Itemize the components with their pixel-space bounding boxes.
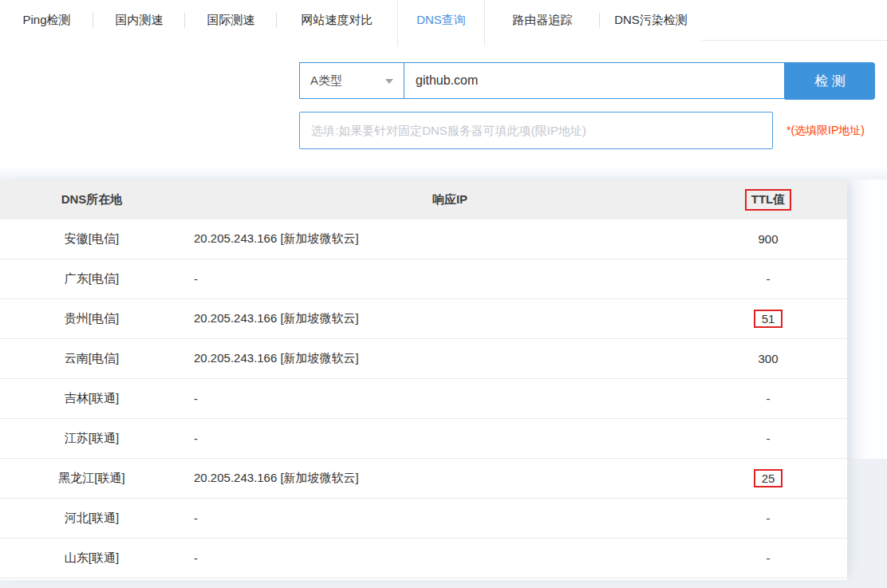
nav-tab[interactable]: DNS污染检测: [600, 0, 702, 41]
cell-dns-location: 贵州[电信]: [0, 311, 183, 326]
cell-dns-location: 云南[电信]: [0, 351, 183, 366]
bottom-background: [0, 580, 887, 588]
nav-tab-label: 路由器追踪: [513, 13, 573, 28]
dns-query-form: A类型 检 测 *(选填限IP地址): [0, 41, 887, 168]
nav-tab-label: DNS污染检测: [614, 13, 688, 28]
detect-button[interactable]: 检 测: [785, 62, 875, 100]
nav-tab[interactable]: 国际测速: [185, 0, 277, 41]
nav-tab-label: 国际测速: [207, 13, 255, 28]
cell-response-ip: 20.205.243.166 [新加坡微软云]: [183, 351, 716, 366]
section-divider-band: [0, 168, 887, 180]
cell-response-ip: -: [183, 392, 716, 405]
cell-response-ip: 20.205.243.166 [新加坡微软云]: [183, 311, 716, 326]
ttl-value: 25: [754, 469, 783, 487]
table-row: 安徽[电信] 20.205.243.166 [新加坡微软云] 900: [0, 219, 847, 259]
header-dns-location: DNS所在地: [0, 192, 183, 207]
cell-response-ip: -: [183, 551, 716, 565]
ttl-value: -: [767, 551, 771, 565]
cell-ttl: -: [716, 432, 820, 445]
cell-response-ip: -: [183, 511, 716, 525]
cell-response-ip: -: [183, 272, 716, 286]
ttl-value: -: [767, 272, 771, 286]
table-row: 江苏[联通] - -: [0, 419, 847, 459]
table-row: 黑龙江[联通] 20.205.243.166 [新加坡微软云] 25: [0, 459, 847, 499]
cell-dns-location: 黑龙江[联通]: [0, 471, 183, 486]
dns-server-input[interactable]: [299, 112, 773, 149]
cell-dns-location: 江苏[联通]: [0, 431, 183, 446]
tab-bar: Ping检测 国内测速 国际测速 网站速度对比 DNS查询 路由器追踪 DNS污…: [0, 0, 887, 41]
table-body: 安徽[电信] 20.205.243.166 [新加坡微软云] 900 广东[电信…: [0, 219, 847, 578]
table-row: 云南[电信] 20.205.243.166 [新加坡微软云] 300: [0, 339, 847, 379]
cell-response-ip: 20.205.243.166 [新加坡微软云]: [183, 471, 716, 486]
cell-ttl: -: [716, 392, 820, 405]
ttl-value: -: [767, 511, 771, 525]
ttl-value: 51: [754, 310, 783, 328]
cell-ttl: -: [716, 272, 820, 286]
optional-ip-note: *(选填限IP地址): [786, 124, 865, 138]
record-type-selected-value: A类型: [310, 73, 342, 89]
nav-tab[interactable]: DNS查询: [397, 0, 485, 46]
table-row: 吉林[联通] - -: [0, 379, 847, 419]
cell-dns-location: 广东[电信]: [0, 271, 183, 286]
table-header-row: DNS所在地 响应IP TTL值: [0, 180, 847, 219]
nav-tab-label: DNS查询: [416, 13, 466, 28]
table-row: 山东[联通] - -: [0, 539, 847, 578]
cell-dns-location: 吉林[联通]: [0, 391, 183, 406]
nav-tab-label: Ping检测: [22, 13, 70, 28]
nav-tab-label: 网站速度对比: [302, 13, 373, 28]
domain-input[interactable]: [404, 62, 785, 99]
cell-ttl: 25: [716, 469, 820, 487]
cell-dns-location: 山东[联通]: [0, 551, 183, 566]
record-type-select[interactable]: A类型: [299, 62, 404, 99]
cell-dns-location: 河北[联通]: [0, 511, 183, 526]
right-background: [847, 459, 887, 580]
cell-ttl: 300: [716, 352, 820, 365]
cell-dns-location: 安徽[电信]: [0, 231, 183, 247]
header-ttl: TTL值: [716, 189, 820, 211]
ttl-value: -: [767, 432, 771, 445]
cell-ttl: 51: [716, 310, 820, 328]
cell-ttl: -: [716, 511, 820, 525]
ttl-value: 900: [758, 232, 778, 246]
nav-tab[interactable]: 国内测速: [93, 0, 185, 41]
cell-ttl: -: [716, 551, 820, 565]
table-row: 贵州[电信] 20.205.243.166 [新加坡微软云] 51: [0, 299, 847, 339]
header-response-ip: 响应IP: [183, 192, 716, 207]
nav-tab[interactable]: Ping检测: [0, 0, 93, 41]
ttl-value: -: [767, 392, 771, 405]
cell-response-ip: 20.205.243.166 [新加坡微软云]: [183, 231, 716, 247]
nav-tab[interactable]: 路由器追踪: [485, 0, 600, 41]
nav-tab-label: 国内测速: [116, 13, 164, 28]
dns-result-table: DNS所在地 响应IP TTL值 安徽[电信] 20.205.243.166 […: [0, 180, 847, 580]
table-row: 广东[电信] - -: [0, 259, 847, 299]
caret-down-icon: [385, 79, 393, 84]
nav-tab[interactable]: 网站速度对比: [277, 0, 397, 41]
right-panel-edge: [847, 180, 887, 459]
cell-response-ip: -: [183, 432, 716, 445]
ttl-header-highlight-box: TTL值: [745, 189, 792, 211]
cell-ttl: 900: [716, 232, 820, 246]
table-row: 河北[联通] - -: [0, 499, 847, 539]
ttl-value: 300: [758, 352, 778, 365]
